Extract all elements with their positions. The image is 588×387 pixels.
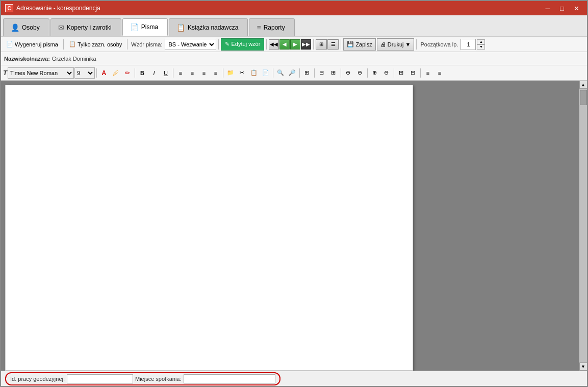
copy-button[interactable]: 📋 <box>248 67 260 79</box>
row-add-button[interactable]: ⊕ <box>343 67 354 79</box>
save-button[interactable]: 💾 Zapisz <box>343 38 375 51</box>
title-bar: C Adresowanie - korespondencja ─ □ ✕ <box>1 1 587 15</box>
main-area: ▲ ▼ <box>1 81 587 371</box>
pattern-select[interactable]: BS - Wezwanie <box>165 39 216 50</box>
tab-ksiazka-label: Książka nadawcza <box>188 24 238 31</box>
indent-more-button[interactable]: ⊞ <box>328 67 339 79</box>
print-label: Drukuj <box>388 41 404 47</box>
fmt-sep8 <box>341 68 341 78</box>
nav-next-button[interactable]: ▶ <box>290 39 300 50</box>
geodesy-id-label: Id. pracy geodezyjnej: <box>10 376 65 382</box>
generate-pisma-icon: 📄 <box>6 41 13 47</box>
tab-ksiazka[interactable]: 📋 Książka nadawcza <box>169 18 248 36</box>
tab-raporty-label: Raporty <box>264 24 285 31</box>
tab-koperty-label: Koperty i zwrotki <box>67 24 112 31</box>
title-bar-text: Adresowanie - korespondencja <box>16 5 100 12</box>
print-button[interactable]: 🖨 Drukuj ▼ <box>377 38 415 51</box>
separator2 <box>127 39 127 50</box>
font-select[interactable]: Times New Roman <box>8 67 74 79</box>
fmt-sep11 <box>420 68 421 78</box>
open-folder-button[interactable]: 📁 <box>225 67 236 79</box>
geodesy-id-field: Id. pracy geodezyjnej: Miejsce spotkania… <box>5 372 280 385</box>
maximize-button[interactable]: □ <box>555 4 569 13</box>
separator1 <box>63 39 64 50</box>
fmt-sep2 <box>135 68 135 78</box>
tab-raporty[interactable]: ≡ Raporty <box>249 18 294 36</box>
merge-cells-button[interactable]: ⊞ <box>396 67 407 79</box>
print-dropdown-icon: ▼ <box>405 41 411 47</box>
grid-buttons: ⊞ ☰ <box>316 39 339 50</box>
name-label: Nazwisko/nazwa: <box>4 56 50 62</box>
table-button[interactable]: ⊞ <box>301 67 313 79</box>
tab-bar: 👤 Osoby ✉ Koperty i zwrotki 📄 Pisma 📋 Ks… <box>1 15 587 37</box>
doc-scroll-area <box>1 81 579 371</box>
separator4 <box>266 39 267 50</box>
view-grid-button[interactable]: ⊞ <box>316 39 327 50</box>
search-button[interactable]: 🔍 <box>275 67 286 79</box>
doc-page <box>5 85 413 371</box>
align-center-button[interactable]: ≡ <box>187 67 198 79</box>
app-window: C Adresowanie - korespondencja ─ □ ✕ 👤 O… <box>0 0 588 387</box>
meeting-place-input[interactable] <box>184 374 275 383</box>
format-bar: T Times New Roman 9 A 🖊 ✏ B I U ≡ ≡ ≡ ≡ … <box>1 65 587 81</box>
align-left-button[interactable]: ≡ <box>175 67 186 79</box>
nav-last-button[interactable]: ▶▶ <box>301 39 311 50</box>
col-remove-button[interactable]: ⊖ <box>381 67 392 79</box>
fmt-sep6 <box>299 68 300 78</box>
list-unordered-button[interactable]: ≡ <box>422 67 433 79</box>
scroll-down-button[interactable]: ▼ <box>579 362 587 371</box>
pisma-icon: 📄 <box>130 23 139 31</box>
find-replace-button[interactable]: 🔎 <box>287 67 298 79</box>
indent-less-button[interactable]: ⊟ <box>316 67 327 79</box>
fmt-sep5 <box>273 68 273 78</box>
starting-lp-input[interactable] <box>461 39 476 50</box>
separator5 <box>313 39 314 50</box>
edit-pattern-button[interactable]: ✎ Edytuj wzór <box>221 38 264 51</box>
vertical-scrollbar[interactable]: ▲ ▼ <box>579 81 587 371</box>
osoby-icon: 👤 <box>11 23 19 32</box>
underline-button[interactable]: U <box>160 67 171 79</box>
doc-container <box>1 81 579 371</box>
col-add-button[interactable]: ⊕ <box>369 67 380 79</box>
ksiazka-icon: 📋 <box>176 23 185 32</box>
meeting-place-label: Miejsce spotkania: <box>135 376 182 382</box>
lp-spinners: ▲ ▼ <box>477 39 485 50</box>
minimize-button[interactable]: ─ <box>541 4 554 13</box>
tab-pisma[interactable]: 📄 Pisma <box>122 18 168 36</box>
size-select[interactable]: 9 <box>74 67 95 79</box>
tab-koperty[interactable]: ✉ Koperty i zwrotki <box>50 18 121 36</box>
title-bar-left: C Adresowanie - korespondencja <box>5 4 100 12</box>
list-ordered-button[interactable]: ≡ <box>434 67 445 79</box>
text-tool-icon: T <box>3 69 7 77</box>
cut-button[interactable]: ✂ <box>237 67 248 79</box>
split-cells-button[interactable]: ⊟ <box>407 67 419 79</box>
scroll-thumb[interactable] <box>580 90 587 105</box>
lp-down-button[interactable]: ▼ <box>477 44 485 50</box>
geodesy-id-input[interactable] <box>67 374 133 383</box>
row-remove-button[interactable]: ⊖ <box>354 67 366 79</box>
lp-up-button[interactable]: ▲ <box>477 39 485 44</box>
fmt-sep7 <box>314 68 315 78</box>
pen-color-button[interactable]: ✏ <box>122 67 133 79</box>
nav-prev-button[interactable]: ◀ <box>279 39 290 50</box>
view-list-button[interactable]: ☰ <box>327 39 339 50</box>
fill-color-button[interactable]: 🖊 <box>110 67 121 79</box>
edit-pattern-label: Edytuj wzór <box>232 41 261 47</box>
scroll-up-button[interactable]: ▲ <box>579 81 587 89</box>
app-icon-letter: C <box>7 6 11 11</box>
only-selected-button[interactable]: 📋 Tylko zazn. osoby <box>66 38 125 51</box>
align-justify-button[interactable]: ≡ <box>210 67 221 79</box>
bold-button[interactable]: B <box>137 67 148 79</box>
italic-button[interactable]: I <box>148 67 160 79</box>
nav-first-button[interactable]: ◀◀ <box>269 39 279 50</box>
close-button[interactable]: ✕ <box>570 4 583 13</box>
print-icon: 🖨 <box>380 41 386 47</box>
tab-osoby[interactable]: 👤 Osoby <box>3 18 49 36</box>
save-icon: 💾 <box>347 41 354 47</box>
paste-button[interactable]: 📄 <box>260 67 271 79</box>
starting-lp-label: Początkowa lp. <box>419 41 459 47</box>
font-color-button[interactable]: A <box>98 67 110 79</box>
align-right-button[interactable]: ≡ <box>198 67 210 79</box>
generate-pisma-button[interactable]: 📄 Wygeneruj pisma <box>3 38 61 51</box>
fill-color-icon: 🖊 <box>113 69 119 77</box>
